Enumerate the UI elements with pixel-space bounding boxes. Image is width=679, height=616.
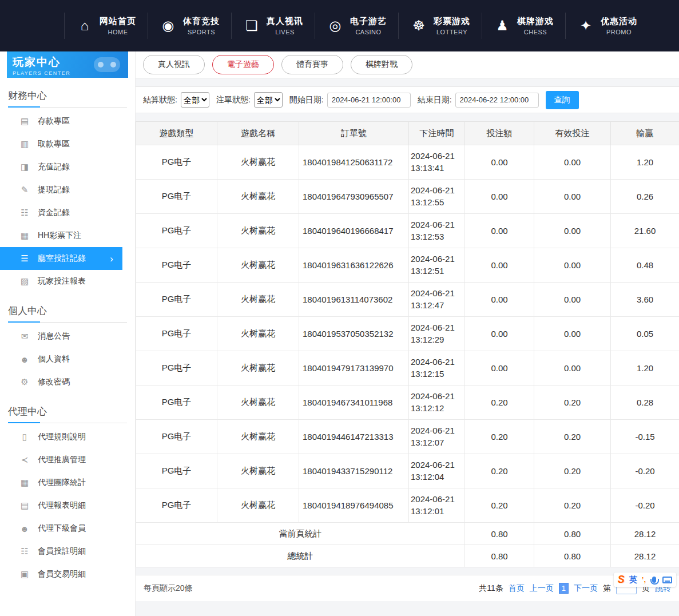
cell-game-type: PG电子 [136, 386, 217, 420]
menu-item-label: 代理下級會員 [38, 523, 86, 534]
cell-bet-amount: 0.00 [465, 283, 534, 317]
first-page-link[interactable]: 首页 [509, 583, 525, 594]
bet-date: 2024-06-21 [411, 459, 464, 471]
bet-date: 2024-06-21 [411, 253, 464, 265]
end-date-input[interactable] [455, 93, 539, 108]
table-header-row: 遊戲類型 遊戲名稱 訂單號 下注時間 投注額 有效投注 輸贏 [136, 122, 679, 145]
table-row: PG电子 火树赢花 1804019631636122626 2024-06-21… [136, 248, 679, 283]
keyboard-icon[interactable] [662, 577, 672, 583]
tab-button[interactable]: 體育賽事 [281, 55, 343, 74]
bet-clock: 13:12:15 [411, 368, 464, 380]
ime-language-toggle[interactable]: 英 [629, 575, 637, 585]
game-category-tabs: 真人視訊 電子遊藝 體育賽事 棋牌對戰 [136, 51, 679, 78]
bet-date: 2024-06-21 [411, 391, 464, 402]
start-date-input[interactable] [327, 93, 411, 108]
next-page-link[interactable]: 下一页 [574, 583, 598, 594]
sidebar-menu-item[interactable]: ☷ 會員投註明細 › [0, 540, 135, 563]
column-header: 遊戲類型 [136, 122, 217, 145]
recharge-record-icon: ◨ [19, 162, 30, 172]
cell-order-number: 1804019479173139970 [299, 351, 409, 386]
settle-status-select[interactable]: 全部 [181, 92, 209, 108]
end-date-label: 結束日期: [418, 95, 452, 105]
sidebar-menu-item[interactable]: ✎ 提現記錄 › [0, 178, 135, 201]
sogou-logo-icon[interactable]: S [618, 574, 625, 586]
gear-icon: ⚙ [19, 377, 30, 387]
cell-win-loss: 0.48 [611, 248, 679, 283]
cell-bet-time: 2024-06-21 13:12:47 [409, 283, 465, 317]
chess-chip-icon: ♟ [494, 18, 511, 34]
sidebar-menu-item[interactable]: ☰ 廳室投註記錄 › [0, 247, 122, 270]
sidebar-menu-item[interactable]: ≺ 代理推廣管理 › [0, 448, 135, 471]
nav-label-zh: 优惠活动 [601, 16, 637, 27]
sidebar-menu-item[interactable]: ▥ 取款專區 › [0, 133, 135, 156]
column-header: 遊戲名稱 [217, 122, 299, 145]
sidebar-menu-item[interactable]: ▦ 代理團隊統計 › [0, 471, 135, 494]
personal-menu: ✉ 消息公告 › ☻ 個人資料 › ⚙ 修改密碼 › [0, 325, 135, 394]
share-icon: ≺ [19, 455, 30, 465]
sidebar-menu-item[interactable]: ▤ 代理報表明細 › [0, 494, 135, 517]
nav-item[interactable]: ♟ 棋牌游戏 CHESS [482, 13, 565, 39]
current-page-button[interactable]: 1 [559, 583, 569, 594]
player-report-icon: ▨ [19, 276, 30, 287]
cell-game-type: PG电子 [136, 488, 217, 523]
sidebar-menu-item[interactable]: ▤ 存款專區 › [0, 110, 135, 133]
sogou-ime-bar: S 英 ’, [614, 573, 676, 587]
sidebar-menu-item[interactable]: ☷ 資金記錄 › [0, 201, 135, 224]
microphone-icon[interactable] [652, 577, 656, 583]
prev-page-link[interactable]: 上一页 [530, 583, 554, 594]
order-status-select[interactable]: 全部 [254, 92, 283, 108]
cell-valid-bet: 0.20 [534, 420, 611, 454]
cell-bet-time: 2024-06-21 13:12:55 [409, 180, 465, 214]
menu-item-label: 會員交易明細 [38, 569, 86, 579]
cell-valid-bet: 0.00 [534, 248, 611, 283]
sidebar-menu-item[interactable]: ▦ HH彩票下注 › [0, 224, 135, 247]
sidebar-menu-item[interactable]: ◨ 充值記錄 › [0, 156, 135, 178]
nav-item[interactable]: ✦ 优惠活动 PROMO [565, 13, 649, 39]
section-personal: 個人中心 ✉ 消息公告 › ☻ 個人資料 › ⚙ 修改密碼 › [0, 299, 135, 394]
ime-punctuation-toggle[interactable]: ’, [642, 575, 646, 584]
report-detail-icon: ▤ [19, 500, 30, 511]
tab-button[interactable]: 棋牌對戰 [351, 55, 412, 74]
filter-bar: 結算狀態: 全部 注單狀態: 全部 開始日期: 結束日期: 查詢 [136, 86, 679, 113]
tab-button[interactable]: 電子遊藝 [212, 55, 274, 74]
nav-item[interactable]: ❏ 真人视讯 LIVES [231, 13, 315, 39]
sidebar-menu-item[interactable]: ▣ 會員交易明細 › [0, 563, 135, 586]
nav-label-zh: 真人视讯 [267, 16, 303, 27]
nav-item[interactable]: ◉ 体育竞技 SPORTS [148, 13, 231, 39]
team-stats-icon: ▦ [19, 478, 30, 488]
total-count-text: 共11条 [479, 583, 503, 594]
nav-item[interactable]: ☸ 彩票游戏 LOTTERY [398, 13, 482, 39]
nav-label: 彩票游戏 LOTTERY [434, 16, 470, 35]
cell-win-loss: 0.05 [611, 317, 679, 351]
section-title-agent: 代理中心 [8, 399, 127, 423]
search-button[interactable]: 查詢 [546, 91, 579, 109]
sidebar-menu-item[interactable]: ▨ 玩家投注報表 › [0, 270, 135, 293]
cell-win-loss: -0.20 [611, 488, 679, 523]
cell-bet-amount: 0.00 [465, 351, 534, 386]
sidebar-menu-item[interactable]: ✉ 消息公告 › [0, 325, 135, 348]
sidebar-menu-item[interactable]: ☻ 個人資料 › [0, 348, 135, 371]
bet-clock: 13:12:07 [411, 437, 464, 448]
tab-button[interactable]: 真人視訊 [143, 55, 205, 74]
cell-order-number: 1804019631636122626 [299, 248, 409, 283]
sidebar-menu-item[interactable]: ▯ 代理規則說明 › [0, 426, 135, 448]
bet-date: 2024-06-21 [411, 185, 464, 196]
menu-item-label: 資金記錄 [38, 208, 70, 218]
gamepad-decoration-icon [94, 57, 120, 72]
withdraw-icon: ▥ [19, 139, 30, 149]
cell-game-type: PG电子 [136, 248, 217, 283]
table-row: PG电子 火树赢花 1804019418976494085 2024-06-21… [136, 488, 679, 523]
nav-item[interactable]: ⌂ 网站首页 HOME [64, 13, 148, 39]
sidebar-menu-item[interactable]: ☻ 代理下級會員 › [0, 517, 135, 540]
cell-game-name: 火树赢花 [217, 454, 299, 488]
cell-valid-bet: 0.00 [534, 317, 611, 351]
cell-game-name: 火树赢花 [217, 317, 299, 351]
cell-win-loss: 21.60 [611, 214, 679, 248]
total-summary-bet: 0.80 [465, 545, 534, 567]
page-summary-label: 當前頁統計 [136, 523, 465, 545]
nav-item[interactable]: ◎ 电子游艺 CASINO [315, 13, 398, 39]
nav-label-en: CASINO [350, 29, 387, 35]
main-content: 真人視訊 電子遊藝 體育賽事 棋牌對戰 結算狀態: 全部 注單狀態: 全部 開始… [136, 51, 679, 616]
menu-item-label: 代理團隊統計 [38, 478, 86, 488]
sidebar-menu-item[interactable]: ⚙ 修改密碼 › [0, 371, 135, 394]
